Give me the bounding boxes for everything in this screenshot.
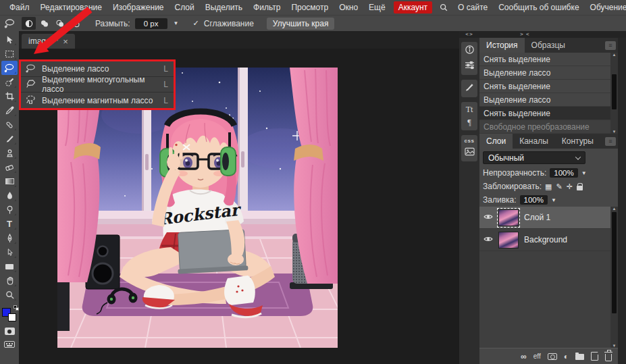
layer-name[interactable]: Слой 1 — [524, 213, 550, 222]
menu-item-polygon-lasso[interactable]: Выделение многоугольным лассо L — [21, 77, 174, 93]
menu-learn[interactable]: Обучение — [585, 1, 626, 14]
css-panel-icon[interactable]: css — [465, 138, 475, 144]
path-select-tool[interactable] — [1, 245, 18, 259]
menu-select[interactable]: Выделить — [200, 1, 248, 14]
eraser-tool[interactable] — [1, 160, 18, 174]
layer-row-selected[interactable]: Слой 1 — [479, 207, 610, 229]
lasso-tool[interactable] — [1, 61, 18, 75]
opacity-dropdown-icon[interactable]: ▼ — [581, 170, 587, 176]
crop-tool[interactable] — [1, 89, 18, 103]
menu-window[interactable]: Окно — [334, 1, 363, 14]
layer-thumbnail[interactable] — [498, 232, 519, 249]
layers-list: Слой 1 Background ▲ ▼ — [479, 207, 618, 348]
info-icon[interactable] — [465, 45, 475, 57]
history-item[interactable]: Выделение лассо — [479, 66, 610, 80]
intersect-selection-icon[interactable] — [68, 17, 82, 30]
blur-tool[interactable] — [1, 188, 18, 203]
new-group-icon[interactable] — [575, 354, 584, 360]
brush-settings-icon[interactable] — [465, 82, 474, 95]
history-item-undone[interactable]: Свободное преобразование — [479, 120, 610, 134]
layers-panel-menu-icon[interactable]: ≡ — [605, 137, 616, 146]
clone-stamp-tool[interactable] — [1, 146, 18, 160]
tab-close-icon[interactable]: × — [63, 37, 68, 46]
history-item[interactable]: Выделение лассо — [479, 93, 610, 107]
history-panel-menu-icon[interactable]: ≡ — [605, 41, 616, 50]
antialias-check-icon[interactable]: ✓ — [193, 19, 199, 28]
fill-dropdown-icon[interactable]: ▼ — [551, 197, 556, 203]
lock-transparency-icon[interactable]: ▦ — [545, 182, 552, 191]
adjustment-layer-icon[interactable]: ◐ — [564, 353, 569, 361]
menu-more[interactable]: Ещё — [363, 1, 391, 14]
rect-select-tool[interactable] — [1, 47, 18, 61]
quick-mask-icon[interactable] — [5, 328, 15, 335]
add-selection-icon[interactable] — [37, 17, 51, 30]
shape-tool[interactable] — [1, 259, 18, 274]
color-swatches[interactable] — [1, 305, 18, 322]
eyedropper-tool[interactable] — [1, 103, 18, 118]
tab-history[interactable]: История — [479, 38, 525, 53]
layer-name[interactable]: Background — [524, 235, 567, 244]
gradient-tool[interactable] — [1, 174, 18, 188]
menu-layer[interactable]: Слой — [169, 1, 200, 14]
heal-tool[interactable] — [1, 118, 18, 132]
add-mask-icon[interactable] — [548, 353, 557, 360]
history-item[interactable]: Снять выделение — [479, 53, 610, 66]
search-icon[interactable] — [435, 3, 452, 12]
history-item[interactable]: Снять выделение — [479, 80, 610, 93]
new-layer-icon[interactable] — [591, 352, 598, 361]
opacity-input[interactable]: 100% — [550, 168, 577, 178]
adjustments-icon[interactable] — [465, 60, 475, 72]
menu-image[interactable]: Изображение — [107, 1, 169, 14]
feather-dropdown-icon[interactable]: ▼ — [174, 20, 179, 26]
account-button[interactable]: Аккаунт — [394, 1, 432, 14]
layers-scrollbar[interactable]: ▲ ▼ — [610, 207, 618, 348]
background-color-swatch[interactable] — [8, 313, 16, 321]
paragraph-panel-icon[interactable]: ¶ — [467, 118, 471, 128]
history-scrollbar[interactable]: ▲ ▼ — [610, 53, 618, 134]
magnetic-lasso-icon — [25, 95, 36, 106]
menu-report-bug[interactable]: Сообщить об ошибке — [493, 1, 584, 14]
layer-thumbnail[interactable] — [498, 209, 519, 226]
collapse-right-icon[interactable]: > < — [520, 31, 530, 38]
keyboard-shortcuts-icon[interactable] — [4, 341, 15, 348]
character-panel-icon[interactable]: Tt — [466, 105, 473, 115]
menu-about[interactable]: О сайте — [452, 1, 493, 14]
menu-edit[interactable]: Редактирование — [35, 1, 107, 14]
document-tab[interactable]: image * × — [22, 34, 75, 49]
tab-swatches[interactable]: Образцы — [525, 38, 572, 53]
link-layers-icon[interactable]: ∞ — [521, 353, 527, 361]
blend-mode-select[interactable]: Обычный — [483, 151, 585, 164]
menu-file[interactable]: Файл — [4, 1, 35, 14]
menu-item-magnetic-lasso[interactable]: Выделение магнитным лассо L — [21, 93, 174, 108]
menu-filter[interactable]: Фильтр — [248, 1, 286, 14]
move-tool[interactable] — [1, 32, 18, 47]
quick-select-tool[interactable] — [1, 75, 18, 89]
lock-position-icon[interactable]: ✛ — [567, 182, 573, 191]
tab-layers[interactable]: Слои — [479, 134, 513, 149]
dodge-tool[interactable] — [1, 203, 18, 217]
hand-tool[interactable] — [1, 274, 18, 288]
zoom-tool[interactable] — [1, 288, 18, 302]
antialias-label[interactable]: Сглаживание — [204, 19, 254, 28]
pen-tool[interactable] — [1, 231, 18, 245]
brush-tool[interactable] — [1, 132, 18, 146]
lock-pixels-icon[interactable]: ✎ — [556, 182, 563, 191]
tab-paths[interactable]: Контуры — [555, 134, 600, 149]
menu-view[interactable]: Просмотр — [286, 1, 334, 14]
eye-icon[interactable] — [484, 235, 493, 244]
collapse-left-icon[interactable]: <> — [459, 31, 479, 38]
layer-row[interactable]: Background — [479, 229, 610, 251]
tab-channels[interactable]: Каналы — [513, 134, 555, 149]
feather-input[interactable]: 0 px — [135, 18, 167, 29]
delete-layer-icon[interactable] — [605, 354, 612, 361]
fill-input[interactable]: 100% — [520, 195, 548, 205]
subtract-selection-icon[interactable] — [53, 17, 67, 30]
new-selection-icon[interactable] — [22, 17, 36, 30]
eye-icon[interactable] — [484, 213, 493, 222]
refine-edges-button[interactable]: Улучшить края — [267, 18, 335, 30]
type-tool[interactable]: T — [1, 217, 18, 231]
history-item-current[interactable]: Снять выделение — [479, 107, 610, 120]
image-panel-icon[interactable] — [465, 147, 475, 159]
layer-effects-icon[interactable]: eff — [533, 353, 541, 360]
lock-all-icon[interactable] — [577, 186, 583, 190]
